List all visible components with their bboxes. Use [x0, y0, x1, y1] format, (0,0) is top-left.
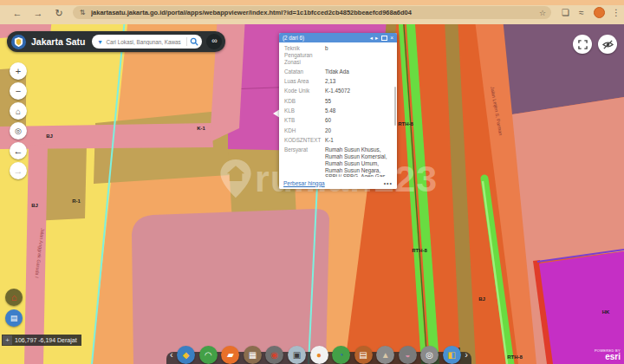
fullscreen-icon	[578, 40, 588, 49]
maximize-popup-button[interactable]	[381, 36, 387, 41]
dock-map-location-icon[interactable]: ◉	[265, 346, 283, 364]
calendar-icon: ▤	[10, 314, 18, 322]
dock-document-icon[interactable]: ▤	[354, 346, 373, 364]
fullscreen-button[interactable]	[573, 35, 592, 54]
contacts-icon: ●	[316, 350, 322, 360]
dock-scroll-right[interactable]: ›	[465, 346, 468, 364]
hide-panels-button[interactable]	[598, 35, 617, 54]
dock-compass-icon[interactable]: ◎	[420, 346, 439, 364]
next-extent-button[interactable]: →	[10, 162, 27, 179]
extensions-icon[interactable]: ❏	[562, 7, 569, 18]
esri-logo-text: esri	[586, 353, 621, 361]
attribute-value: 20	[325, 127, 393, 134]
popup-attribute-row: CatatanTidak Ada	[284, 68, 393, 75]
attribute-label: Bersyarat	[284, 146, 325, 177]
map-location-icon: ◉	[271, 350, 279, 360]
popup-title: (2 dari 6)	[283, 35, 367, 41]
popup-attribute-row: KTB60	[284, 117, 393, 124]
browser-icon: ◔	[339, 350, 344, 360]
eye-slash-icon	[602, 39, 614, 50]
url-text: jakartasatu.jakarta.go.id/portal/apps/we…	[91, 9, 539, 16]
dock-camera-icon[interactable]: ▣	[288, 346, 306, 364]
bookmark-star-icon[interactable]: ☆	[539, 9, 546, 17]
back-arrow-icon: ←	[14, 146, 23, 156]
attribute-label: KLB	[284, 107, 325, 114]
zoom-in-button[interactable]: +	[10, 62, 27, 80]
prev-extent-button[interactable]: ←	[10, 142, 27, 159]
coordinate-bar: + 106,797 -6,194 Derajat	[2, 335, 81, 346]
attribute-value: Tidak Ada	[325, 68, 393, 75]
locate-button[interactable]: ◎	[10, 122, 27, 140]
link-icon: ∞	[211, 36, 217, 45]
profile-avatar[interactable]	[594, 7, 605, 18]
home-button[interactable]: ⌂	[10, 102, 27, 120]
esri-attribution: POWERED BY esri	[586, 349, 621, 361]
popup-footer: Perbesar hingga •••	[279, 177, 397, 189]
screen: BJBJR-1K-1RTH-8RTH-8BJBJRTH-8HKJalan Ang…	[0, 0, 624, 364]
legend-widget-button[interactable]: ⌂	[5, 289, 23, 306]
prev-feature-button[interactable]: ◂	[370, 34, 373, 42]
dock-basemap-grid-icon[interactable]: ▦	[244, 346, 262, 364]
divider	[186, 37, 187, 46]
site-info-icon[interactable]: ⇅	[78, 9, 87, 17]
popup-attribute-row: KDB55	[284, 98, 393, 105]
dock-edit-pencil-icon[interactable]: ▰	[221, 346, 239, 364]
attribute-value: K-1	[325, 137, 393, 144]
attribute-value: Rumah Susun Khusus, Rumah Susun Komersia…	[325, 146, 393, 177]
search-scope-dropdown[interactable]: ▾	[98, 38, 101, 46]
address-bar[interactable]: ⇅ jakartasatu.jakarta.go.id/portal/apps/…	[73, 6, 551, 19]
search-input[interactable]	[104, 38, 184, 46]
media-icon: ◒	[405, 350, 410, 360]
search-box[interactable]: ▾	[92, 35, 202, 49]
zoom-out-button[interactable]: −	[10, 82, 27, 100]
dock-draw-icon[interactable]: ◠	[199, 346, 218, 364]
jakarta-logo	[11, 35, 26, 49]
compass-icon: ◎	[426, 350, 433, 360]
terrain-icon: ▲	[381, 350, 390, 360]
popup-more-button[interactable]: •••	[384, 180, 393, 186]
house-icon: ⌂	[11, 292, 17, 302]
app-header: Jakarta Satu ▾ ∞	[7, 31, 225, 52]
zoom-to-link[interactable]: Perbesar hingga	[283, 180, 384, 186]
close-popup-button[interactable]: ×	[390, 34, 393, 42]
attribute-label: Luas Area	[284, 78, 325, 85]
browser-toolbar: ← → ↻ ⇅ jakartasatu.jakarta.go.id/portal…	[0, 0, 624, 24]
next-feature-button[interactable]: ▸	[375, 34, 378, 42]
cast-icon[interactable]: ≈	[579, 7, 584, 18]
attribute-value: 55	[325, 98, 393, 105]
house-pin-icon	[220, 159, 251, 198]
dock-browser-icon[interactable]: ◔	[332, 346, 350, 364]
popup-attribute-row: Kode UnikK-1.45072	[284, 88, 393, 94]
share-link-button[interactable]: ∞	[206, 34, 222, 49]
dock: ‹◆◠▰▦◉▣●◔▤▲◒◎◧›	[168, 346, 470, 364]
calendar-widget-button[interactable]: ▤	[5, 309, 23, 327]
edit-pencil-icon: ▰	[227, 350, 234, 360]
building-icon: ◧	[448, 350, 456, 360]
dock-scroll-left[interactable]: ‹	[170, 346, 173, 364]
feature-popup: (2 dari 6) ◂ ▸ × Teknik Pengaturan Zonas…	[279, 33, 397, 189]
attribute-label: KDB	[284, 98, 325, 105]
browser-reload-button[interactable]: ↻	[54, 8, 64, 18]
attribute-label: Catatan	[284, 68, 325, 75]
search-icon[interactable]	[190, 37, 198, 46]
browser-back-button[interactable]: ←	[12, 8, 23, 18]
popup-attribute-row: KODSZNTEXTK-1	[284, 137, 393, 144]
crosshair-icon[interactable]: +	[3, 335, 12, 345]
attribute-label: KODSZNTEXT	[284, 137, 325, 144]
popup-attribute-row: BersyaratRumah Susun Khusus, Rumah Susun…	[284, 146, 393, 177]
dock-terrain-icon[interactable]: ▲	[376, 346, 394, 364]
popup-scrollbar[interactable]	[394, 87, 396, 126]
dock-building-icon[interactable]: ◧	[443, 346, 461, 364]
browser-forward-button[interactable]: →	[33, 8, 43, 18]
browser-menu-kebab[interactable]: ⋮	[612, 7, 621, 18]
attribute-label: KTB	[284, 117, 325, 124]
coordinate-text: 106,797 -6,194 Derajat	[15, 337, 77, 343]
popup-attribute-row: KDH20	[284, 127, 393, 134]
dock-media-icon[interactable]: ◒	[399, 346, 417, 364]
popup-attribute-row: KLB5.48	[284, 107, 393, 114]
dock-contacts-icon[interactable]: ●	[310, 346, 328, 364]
popup-attributes: Teknik Pengaturan ZonasibCatatanTidak Ad…	[279, 42, 394, 177]
popup-header[interactable]: (2 dari 6) ◂ ▸ ×	[279, 33, 397, 42]
attribute-value: 2,13	[325, 78, 393, 85]
dock-layers-icon[interactable]: ◆	[177, 346, 195, 364]
